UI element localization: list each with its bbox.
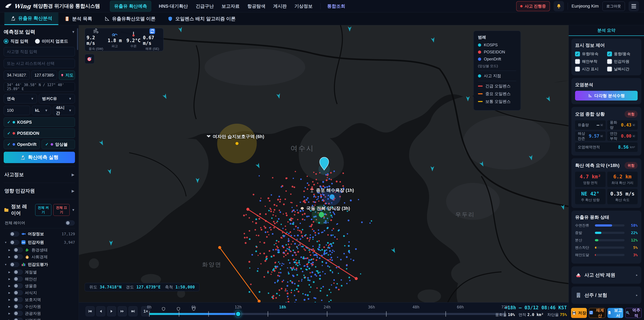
skip-end-button[interactable] — [128, 306, 138, 316]
재계산-button[interactable]: 재계산 — [589, 308, 605, 318]
nav-item-2[interactable]: 긴급구난 — [196, 3, 214, 9]
layer-toggle[interactable] — [14, 276, 23, 281]
skip-start-button[interactable] — [86, 306, 94, 316]
layer-label: 생물종 — [25, 283, 37, 289]
timeline-playhead[interactable] — [235, 311, 241, 317]
oil-type-select[interactable]: 벙커C유▼ — [39, 94, 75, 103]
layer-toggle[interactable] — [14, 247, 23, 252]
display-option-5[interactable]: 날짜시간 — [607, 67, 638, 72]
display-option-3[interactable]: 민감자원 — [607, 59, 638, 64]
duration-select[interactable]: 48시간▼ — [53, 106, 75, 115]
display-option-1[interactable]: ✓풍향/풍속 — [607, 51, 638, 57]
legend-dot-icon — [478, 51, 481, 54]
chevron-right-icon[interactable]: ▶ — [8, 248, 12, 251]
chevron-right-icon[interactable]: ▶ — [8, 312, 12, 315]
display-option-2[interactable]: 해안부착 — [575, 59, 606, 64]
model-chip-앙상블[interactable]: ✓앙상블 — [42, 140, 75, 149]
display-option-4[interactable]: 시간 표시 — [575, 67, 606, 72]
map-canvas[interactable]: 여수시우두리화양면 여자만 습지보호구역 (6h)종포 해수욕장 (1h)국동 … — [79, 25, 568, 302]
layers-all-on-button[interactable]: 전체 켜기 — [35, 204, 52, 216]
nav-item-6[interactable]: 기상정보 — [294, 3, 312, 9]
recenter-button[interactable] — [85, 54, 94, 64]
display-option-0[interactable]: ✓유향/유속 — [575, 51, 606, 57]
chevron-right-icon[interactable]: ▶ — [8, 298, 12, 301]
collapsed-card-0[interactable]: 사고 선박 제원▸ — [572, 266, 641, 284]
layer-label: 서식지 — [25, 290, 37, 295]
layer-toggle[interactable] — [14, 290, 23, 295]
status-unit: kl — [601, 123, 603, 127]
chevron-right-icon[interactable]: ▶ — [8, 255, 12, 258]
step-back-button[interactable] — [96, 306, 105, 316]
tab-0[interactable]: 유출유 확산분석 — [4, 13, 58, 25]
보고서-button[interactable]: 보고서 — [608, 308, 623, 318]
chevron-down-icon[interactable]: ▼ — [4, 263, 8, 266]
nav-item-5[interactable]: 게시판 — [273, 3, 287, 9]
incident-pin[interactable] — [318, 157, 330, 175]
저장-button[interactable]: 저장 — [571, 308, 587, 318]
fast-forward-button[interactable] — [118, 306, 127, 316]
layer-toggle[interactable] — [14, 270, 23, 274]
radio-direct-input[interactable]: 직접 입력 — [4, 39, 28, 44]
layer-toggle[interactable] — [14, 311, 23, 316]
chevron-right-icon[interactable]: ▶ — [8, 319, 12, 320]
model-chip-OpenDrift[interactable]: ✓OpenDrift — [4, 140, 40, 149]
longitude-input[interactable] — [31, 71, 57, 80]
sidebar-section-1[interactable]: 영향 민감자원▶ — [4, 183, 75, 199]
latitude-input[interactable] — [4, 71, 30, 80]
master-layer-toggle[interactable] — [65, 220, 75, 225]
chevron-right-icon[interactable]: ▶ — [8, 284, 12, 287]
notifications-button[interactable] — [554, 1, 564, 12]
pollution-status-card: 오염 종합 상황 위험 유출량—kl풍화량0.43kl해상잔존9.57kl연안부… — [572, 107, 641, 156]
collapsed-card-1[interactable]: 선주 / 보험▸ — [572, 286, 641, 304]
chevron-down-icon[interactable]: ▼ — [4, 241, 8, 244]
chevron-down-icon[interactable]: ▼ — [72, 208, 75, 212]
timeline-track[interactable]: 0h6h12h18h24h36h48h60h72h — [149, 302, 505, 320]
layer-toggle[interactable] — [14, 318, 23, 320]
nav-item-integrated-search[interactable]: 통합조회 — [320, 3, 345, 9]
chevron-right-icon[interactable]: ▶ — [8, 305, 12, 308]
tab-2[interactable]: 유출유확산모델 이론 — [98, 13, 162, 25]
logout-button[interactable]: 로그아웃 — [602, 2, 625, 11]
polygon-analysis-button[interactable]: 다각형 분석수행 — [575, 91, 638, 101]
radio-image-upload[interactable]: 이미지 업로드 — [35, 39, 68, 44]
amount-input[interactable] — [4, 106, 30, 115]
sidebar-section-0[interactable]: 사고정보▶ — [4, 166, 75, 183]
check-icon: ✓ — [7, 142, 10, 147]
incident-list-input[interactable] — [4, 59, 75, 68]
chevron-right-icon[interactable]: ▶ — [8, 277, 12, 280]
chevron-down-icon[interactable]: ▼ — [72, 30, 75, 34]
layer-toggle[interactable] — [10, 240, 19, 245]
layer-toggle[interactable] — [14, 283, 23, 288]
nav-item-1[interactable]: HNS·대기확산 — [159, 3, 188, 9]
chevron-right-icon[interactable]: ▶ — [8, 291, 12, 294]
marker-label: 종포 해수욕장 (1h) — [310, 187, 397, 193]
model-chip-POSEIDON[interactable]: ✓POSEIDON — [4, 129, 75, 138]
nav-item-3[interactable]: 보고자료 — [222, 3, 240, 9]
layer-toggle[interactable] — [14, 297, 23, 302]
svg-text:우두리: 우두리 — [455, 211, 475, 218]
nav-item-4[interactable]: 항공탐색 — [247, 3, 266, 9]
model-chip-label: KOSPS — [17, 120, 32, 125]
nav-item-0[interactable]: 유출유 확산예측 — [110, 1, 151, 12]
tab-3[interactable]: 오일펜스 배치 알고리즘 이론 — [162, 13, 242, 25]
layer-toggle[interactable] — [14, 304, 23, 309]
tab-1[interactable]: 분석 목록 — [58, 13, 98, 25]
user-name: Eunjeong Kim — [572, 4, 599, 9]
sidebar-scrollbar[interactable] — [77, 28, 78, 50]
pick-on-map-button[interactable]: 지도 — [59, 71, 75, 80]
unit-select[interactable]: kL▼ — [32, 106, 51, 115]
chevron-right-icon[interactable]: ▶ — [8, 271, 12, 274]
layers-all-off-button[interactable]: 전체 끄기 — [53, 204, 70, 216]
incident-status-badge[interactable]: 사고 진행중 — [516, 1, 550, 11]
layer-toggle[interactable] — [14, 254, 23, 259]
play-button[interactable] — [107, 306, 116, 316]
layer-toggle[interactable] — [10, 262, 19, 267]
역추적-button[interactable]: 역추적 — [625, 308, 642, 318]
incident-name-input[interactable] — [4, 47, 75, 56]
menu-button[interactable] — [628, 1, 639, 12]
model-chip-KOSPS[interactable]: ✓KOSPS — [4, 117, 75, 127]
layer-toggle[interactable] — [10, 232, 19, 236]
spill-type-select[interactable]: 연속▼ — [4, 94, 37, 103]
run-prediction-button[interactable]: 확산예측 실행 — [4, 152, 75, 163]
fish-icon — [21, 232, 26, 236]
